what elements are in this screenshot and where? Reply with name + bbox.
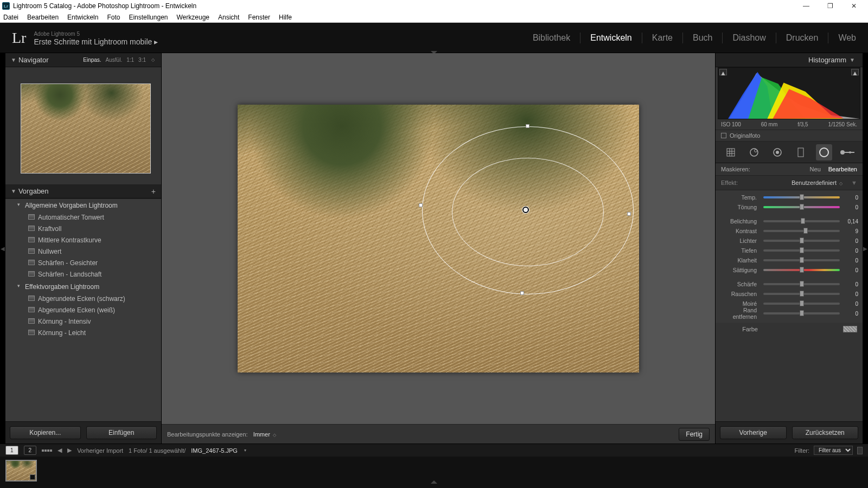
menu-einstellungen[interactable]: Einstellungen: [129, 14, 168, 21]
slider-value[interactable]: 0: [843, 281, 858, 287]
slider-value[interactable]: 0: [843, 291, 858, 297]
previous-button[interactable]: Vorherige: [720, 426, 787, 439]
menu-werkzeuge[interactable]: Werkzeuge: [177, 14, 209, 21]
radial-handle[interactable]: [526, 124, 529, 128]
slider-value[interactable]: 0: [843, 258, 858, 264]
module-buch[interactable]: Buch: [693, 33, 712, 43]
radial-handle[interactable]: [419, 203, 423, 207]
slider-value[interactable]: 0: [843, 204, 858, 210]
crop-icon[interactable]: [723, 144, 739, 160]
filter-lock-icon[interactable]: [857, 447, 863, 454]
module-diashow[interactable]: Diashow: [732, 33, 765, 43]
slider-tiefen[interactable]: Tiefen0: [720, 246, 858, 255]
photo[interactable]: [238, 105, 639, 373]
slider-track[interactable]: [763, 312, 840, 314]
menu-ansicht[interactable]: Ansicht: [218, 14, 239, 21]
reset-button[interactable]: Zurücksetzen: [792, 426, 859, 439]
maximize-button[interactable]: ❐: [818, 0, 842, 12]
slider-track[interactable]: [763, 240, 840, 242]
histogram-display[interactable]: ▲ ▲: [718, 67, 860, 119]
presets-header[interactable]: ▼ Vorgaben +: [5, 184, 161, 198]
source-label[interactable]: Vorheriger Import: [77, 447, 123, 454]
identity-text[interactable]: Adobe Lightroom 5 Erste Schritte mit Lig…: [34, 30, 158, 46]
preset-group[interactable]: Effektvorgaben Lightroom: [5, 280, 161, 293]
menu-fenster[interactable]: Fenster: [248, 14, 270, 21]
slider-schrfe[interactable]: Schärfe0: [720, 279, 858, 289]
slider-kontrast[interactable]: Kontrast9: [720, 226, 858, 236]
nav-forward-icon[interactable]: ▶: [67, 447, 72, 454]
preset-item[interactable]: Schärfen - Gesichter: [5, 258, 161, 269]
module-bibliothek[interactable]: Bibliothek: [533, 33, 570, 43]
preset-item[interactable]: Körnung - Intensiv: [5, 316, 161, 328]
color-row[interactable]: Farbe: [716, 323, 863, 336]
module-web[interactable]: Web: [838, 33, 856, 43]
slider-randentfernen[interactable]: Rand entfernen0: [720, 309, 858, 318]
slider-track[interactable]: [763, 283, 840, 285]
preset-item[interactable]: Schärfen - Landschaft: [5, 269, 161, 280]
slider-track[interactable]: [763, 220, 840, 222]
slider-track[interactable]: [763, 249, 840, 252]
effect-value[interactable]: Benutzerdefiniert: [792, 179, 837, 186]
filmstrip-thumbnail[interactable]: [5, 460, 37, 481]
slider-lichter[interactable]: Lichter0: [720, 236, 858, 246]
filter-dropdown[interactable]: Filter aus: [814, 446, 853, 455]
slider-track[interactable]: [763, 230, 840, 232]
done-button[interactable]: Fertig: [679, 428, 710, 441]
slider-value[interactable]: 9: [843, 228, 858, 234]
monitor-2-button[interactable]: 2: [24, 446, 37, 455]
graduated-filter-icon[interactable]: [793, 144, 809, 160]
zoom-ratio[interactable]: 3:1: [138, 57, 146, 63]
zoom-ratio-menu-icon[interactable]: ◇: [151, 57, 155, 62]
slider-temp[interactable]: Temp.0: [720, 192, 858, 202]
slider-value[interactable]: 0: [843, 267, 858, 273]
slider-value[interactable]: 0: [843, 248, 858, 254]
slider-belichtung[interactable]: Belichtung0,14: [720, 216, 858, 226]
zoom-fill[interactable]: Ausfül.: [106, 57, 123, 63]
slider-track[interactable]: [763, 206, 840, 208]
slider-value[interactable]: 0: [843, 195, 858, 201]
navigator-zoom-options[interactable]: Einpas. Ausfül. 1:1 3:1 ◇: [83, 57, 156, 63]
preset-item[interactable]: Körnung - Leicht: [5, 328, 161, 339]
slider-value[interactable]: 0: [843, 311, 858, 317]
zoom-1-1[interactable]: 1:1: [126, 57, 134, 63]
adjustment-brush-icon[interactable]: [839, 144, 856, 160]
slider-value[interactable]: 0: [843, 301, 858, 307]
preset-item[interactable]: Automatischer Tonwert: [5, 212, 161, 223]
monitor-1-button[interactable]: 1: [5, 446, 18, 455]
module-entwickeln[interactable]: Entwickeln: [590, 33, 631, 43]
slider-value[interactable]: 0: [843, 238, 858, 244]
radial-handle[interactable]: [520, 291, 524, 295]
preset-item[interactable]: Abgerundete Ecken (weiß): [5, 305, 161, 316]
menu-datei[interactable]: Datei: [3, 14, 18, 21]
slider-value[interactable]: 0,14: [843, 219, 858, 224]
right-panel-toggle[interactable]: ▶: [863, 53, 868, 444]
slider-klarheit[interactable]: Klarheit0: [720, 255, 858, 265]
spot-removal-icon[interactable]: [746, 144, 762, 160]
preset-item[interactable]: Mittlere Kontrastkurve: [5, 235, 161, 246]
nav-back-icon[interactable]: ◀: [58, 447, 62, 454]
left-panel-toggle[interactable]: ◀: [0, 53, 5, 444]
menu-hilfe[interactable]: Hilfe: [279, 14, 292, 21]
grid-view-icon[interactable]: [42, 450, 52, 452]
preset-group[interactable]: Allgemeine Vorgaben Lightroom: [5, 199, 161, 212]
preset-item[interactable]: Kraftvoll: [5, 223, 161, 235]
slider-rauschen[interactable]: Rauschen0: [720, 289, 858, 299]
filmstrip-toggle-icon[interactable]: [431, 480, 437, 484]
paste-button[interactable]: Einfügen: [86, 426, 157, 439]
mask-edit[interactable]: Bearbeiten: [828, 166, 857, 172]
filename-menu-icon[interactable]: ▾: [244, 448, 246, 453]
add-preset-button[interactable]: +: [151, 187, 156, 196]
original-photo-row[interactable]: Originalfoto: [716, 130, 863, 142]
color-swatch[interactable]: [843, 326, 857, 332]
menu-foto[interactable]: Foto: [107, 14, 120, 21]
navigator-header[interactable]: ▼ Navigator Einpas. Ausfül. 1:1 3:1 ◇: [5, 53, 161, 67]
slider-tnung[interactable]: Tönung0: [720, 202, 858, 212]
edit-pins-dropdown[interactable]: Immer ◇: [253, 431, 277, 438]
filename-label[interactable]: IMG_2467-5.JPG: [191, 447, 238, 454]
panel-toggle-icon[interactable]: ▼: [851, 179, 857, 186]
radial-handle[interactable]: [627, 212, 631, 216]
slider-track[interactable]: [763, 196, 840, 198]
close-button[interactable]: ✕: [842, 0, 866, 12]
module-karte[interactable]: Karte: [652, 33, 673, 43]
effect-row[interactable]: Effekt: Benutzerdefiniert ◇ ▼: [716, 176, 863, 190]
